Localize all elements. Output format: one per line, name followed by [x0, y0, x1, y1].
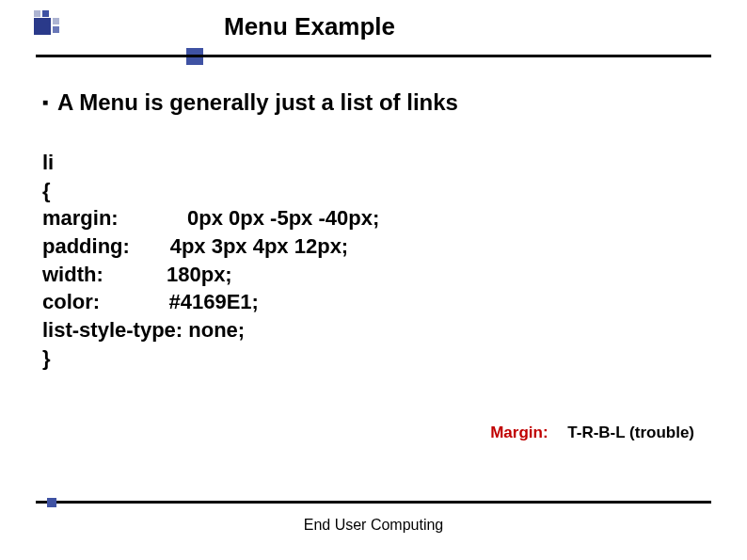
code-line: list-style-type: none;	[42, 316, 379, 344]
header-rule	[36, 55, 711, 57]
code-line: width: 180px;	[42, 261, 379, 289]
slide: Menu Example ■ A Menu is generally just …	[0, 0, 747, 560]
bullet-line: ■ A Menu is generally just a list of lin…	[42, 89, 458, 116]
slide-title: Menu Example	[224, 12, 395, 41]
css-code-block: li { margin: 0px 0px -5px -40px; padding…	[42, 149, 379, 373]
footer-accent-square	[47, 498, 56, 507]
bullet-text: A Menu is generally just a list of links	[57, 89, 458, 116]
code-line: margin: 0px 0px -5px -40px;	[42, 204, 379, 232]
code-line: {	[42, 177, 379, 205]
footer-text: End User Computing	[0, 517, 747, 534]
footer-rule	[36, 501, 711, 504]
note-text: T-R-B-L (trouble)	[567, 424, 694, 441]
code-line: }	[42, 344, 379, 373]
note-label: Margin:	[490, 424, 548, 441]
code-line: padding: 4px 3px 4px 12px;	[42, 232, 379, 261]
code-line: color: #4169E1;	[42, 288, 379, 316]
logo-squares-icon	[34, 10, 64, 40]
margin-note: Margin: T-R-B-L (trouble)	[490, 424, 694, 442]
bullet-icon: ■	[42, 91, 48, 114]
code-line: li	[42, 149, 379, 177]
